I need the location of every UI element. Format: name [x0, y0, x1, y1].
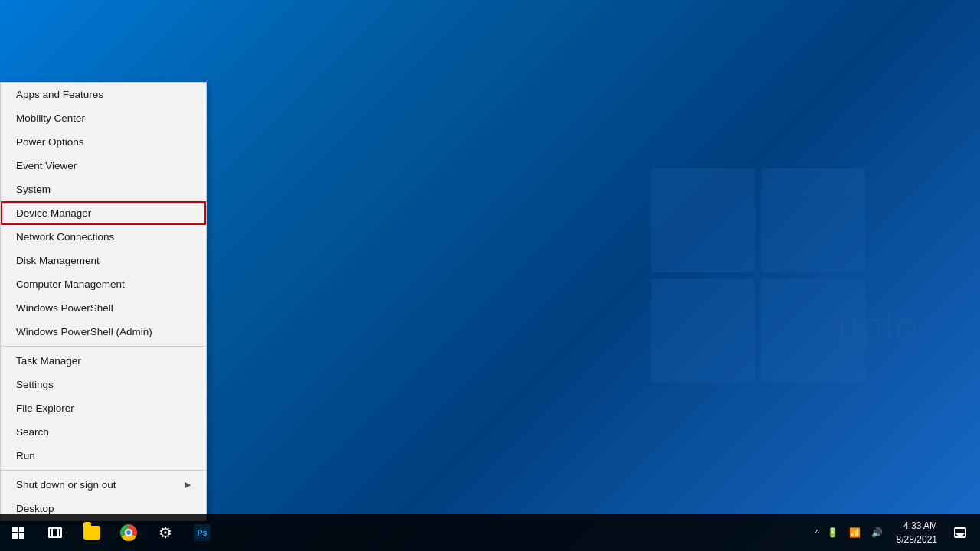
menu-item-label-disk-management: Disk Management [16, 255, 100, 266]
menu-divider-10 [1, 346, 206, 347]
menu-item-label-power-options: Power Options [16, 136, 84, 148]
settings-button[interactable]: ⚙ [147, 514, 184, 551]
photoshop-button[interactable]: Ps [184, 514, 220, 551]
taskbar-tray: ^ 🔋 📶 🔊 4:33 AM 8/28/2021 [815, 514, 980, 551]
taskbar-items: ⚙ Ps [37, 514, 220, 551]
desktop: uplo Apps and FeaturesMobility CenterPow… [0, 0, 980, 551]
menu-item-label-device-manager: Device Manager [16, 207, 91, 219]
tray-expand-button[interactable]: ^ [815, 529, 819, 537]
menu-item-label-task-manager: Task Manager [16, 355, 81, 367]
clock-date: 8/28/2021 [897, 533, 937, 546]
menu-item-power-options[interactable]: Power Options [1, 130, 206, 154]
menu-item-search[interactable]: Search [1, 420, 206, 444]
clock-time: 4:33 AM [897, 519, 937, 533]
network-icon[interactable]: 📶 [846, 524, 864, 541]
menu-item-task-manager[interactable]: Task Manager [1, 349, 206, 373]
menu-item-label-network-connections: Network Connections [16, 231, 114, 243]
menu-divider-15 [1, 470, 206, 471]
menu-item-label-mobility-center: Mobility Center [16, 112, 85, 124]
menu-item-system[interactable]: System [1, 178, 206, 201]
taskbar: ⚙ Ps ^ 🔋 📶 🔊 4:33 AM 8/28/2021 [0, 514, 980, 551]
menu-item-label-windows-powershell-admin: Windows PowerShell (Admin) [16, 326, 152, 337]
context-menu: Apps and FeaturesMobility CenterPower Op… [0, 82, 207, 521]
volume-icon[interactable]: 🔊 [868, 524, 886, 541]
desktop-brand-text: uplo [838, 303, 919, 349]
start-button[interactable] [0, 514, 37, 551]
notification-button[interactable] [948, 514, 972, 551]
menu-item-run[interactable]: Run [1, 444, 206, 468]
menu-item-label-search: Search [16, 426, 49, 438]
menu-item-label-windows-powershell: Windows PowerShell [16, 302, 113, 314]
menu-item-network-connections[interactable]: Network Connections [1, 225, 206, 249]
menu-item-label-event-viewer: Event Viewer [16, 160, 77, 171]
menu-item-arrow-shut-down-or-sign-out: ▶ [185, 480, 191, 490]
battery-icon[interactable]: 🔋 [824, 524, 841, 541]
menu-item-device-manager[interactable]: Device Manager [1, 201, 206, 225]
menu-item-file-explorer[interactable]: File Explorer [1, 396, 206, 420]
task-view-button[interactable] [37, 514, 74, 551]
menu-item-settings[interactable]: Settings [1, 373, 206, 396]
menu-item-computer-management[interactable]: Computer Management [1, 272, 206, 296]
file-explorer-button[interactable] [74, 514, 110, 551]
menu-item-label-computer-management: Computer Management [16, 279, 125, 290]
menu-item-event-viewer[interactable]: Event Viewer [1, 154, 206, 178]
menu-item-label-file-explorer: File Explorer [16, 403, 74, 414]
chrome-button[interactable] [110, 514, 147, 551]
settings-icon: ⚙ [158, 523, 172, 542]
windows-logo-decoration [651, 168, 865, 383]
menu-item-mobility-center[interactable]: Mobility Center [1, 106, 206, 130]
folder-icon [83, 526, 100, 540]
menu-item-label-apps-and-features: Apps and Features [16, 89, 103, 100]
menu-item-label-desktop: Desktop [16, 503, 54, 514]
menu-item-apps-and-features[interactable]: Apps and Features [1, 83, 206, 106]
menu-item-label-system: System [16, 184, 51, 195]
start-icon [12, 527, 24, 539]
menu-item-disk-management[interactable]: Disk Management [1, 249, 206, 272]
menu-item-windows-powershell[interactable]: Windows PowerShell [1, 296, 206, 320]
clock[interactable]: 4:33 AM 8/28/2021 [890, 517, 943, 548]
menu-item-windows-powershell-admin[interactable]: Windows PowerShell (Admin) [1, 320, 206, 344]
menu-item-label-run: Run [16, 450, 35, 461]
menu-item-label-settings: Settings [16, 379, 54, 390]
menu-item-shut-down-or-sign-out[interactable]: Shut down or sign out▶ [1, 473, 206, 497]
chrome-icon [120, 524, 137, 541]
menu-item-label-shut-down-or-sign-out: Shut down or sign out [16, 479, 116, 491]
ps-icon: Ps [194, 524, 211, 541]
notification-icon [954, 527, 966, 538]
task-view-icon [48, 527, 62, 538]
